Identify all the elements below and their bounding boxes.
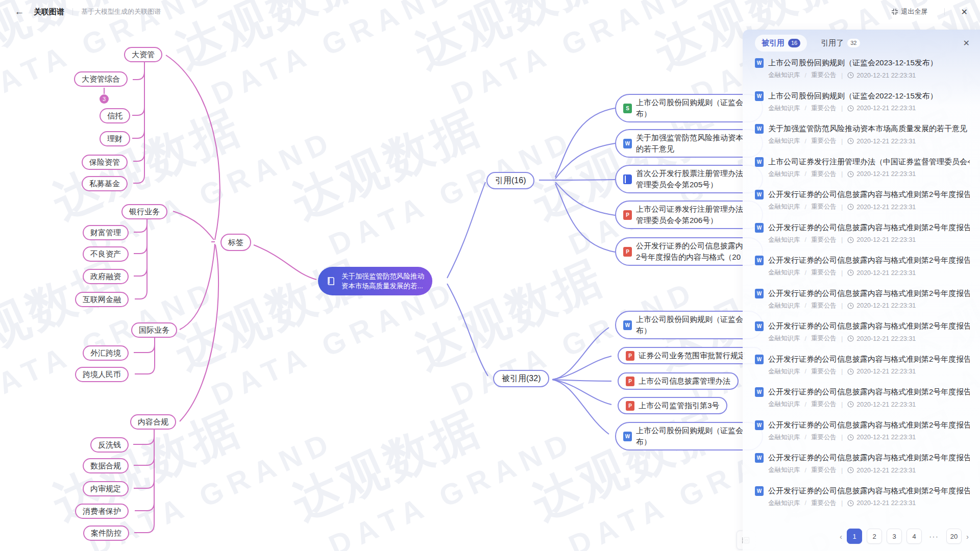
page-button[interactable]: 2	[867, 529, 882, 544]
clock-icon	[847, 303, 854, 309]
citation-list-item[interactable]: 公开发行证券的公司信息披露内容与格式准则第2号年度报告的内... 金融知识库 /…	[755, 289, 970, 322]
cites-branch-node[interactable]: 引用(16)	[486, 172, 534, 189]
citation-list-item[interactable]: 公开发行证券的公司信息披露内容与格式准则第2号年度报告的内... 金融知识库 /…	[755, 223, 970, 256]
tag-node-kuajingrenminbi[interactable]: 跨境人民币	[75, 367, 129, 382]
word-doc-icon	[755, 321, 764, 331]
citation-list-item[interactable]: 关于加强监管防范风险推动资本市场高质量发展的若干意见 金融知识库 / 重要公告 …	[755, 124, 970, 157]
center-document-node[interactable]: 关于加强监管防范风险推动 资本市场高质量发展的若...	[318, 267, 432, 295]
page-button[interactable]: 3	[887, 529, 902, 544]
tags-root-node[interactable]: 标签	[220, 234, 251, 251]
pagination-ellipsis[interactable]: ···	[926, 529, 942, 544]
citation-tag: 重要公告	[811, 104, 837, 113]
citation-list-item[interactable]: 公开发行证券的公司信息披露内容与格式准则第2号年度报告的内... 金融知识库 /…	[755, 486, 970, 519]
doc-node[interactable]: 首次公开发行股票注册管理办法管理委员会令第205号）	[615, 165, 763, 193]
close-page-icon[interactable]: ✕	[961, 7, 968, 17]
doc-node[interactable]: 上市公司股份回购规则（证监会布）	[615, 94, 763, 122]
clock-icon	[847, 138, 854, 144]
citation-source: 金融知识库	[768, 170, 800, 179]
tab-cites[interactable]: 引用了 32	[814, 35, 866, 52]
citation-title: 公开发行证券的公司信息披露内容与格式准则第2号年度报告的内...	[768, 355, 970, 364]
citation-panel: 被引用 16 引用了 32 ✕ 上市公司股份回购规则（证监会2023-12-15…	[743, 30, 980, 551]
meta-divider: /	[805, 368, 806, 375]
tag-node-daziguan[interactable]: 大资管	[124, 47, 162, 62]
citation-tag: 重要公告	[811, 203, 837, 211]
tag-node-licai[interactable]: 理财	[100, 131, 130, 146]
tag-node-baoxianziguan[interactable]: 保险资管	[82, 155, 128, 170]
citation-list-item[interactable]: 公开发行证券的公司信息披露内容与格式准则第2号年度报告的内... 金融知识库 /…	[755, 453, 970, 486]
ppt-doc-icon	[623, 210, 632, 220]
citation-time: 2020-12-21 22:23:31	[847, 170, 916, 178]
citation-source: 金融知识库	[768, 137, 800, 145]
tag-node-neironghegui[interactable]: 内容合规	[130, 414, 176, 430]
tag-node-guojiyewu[interactable]: 国际业务	[131, 322, 177, 338]
clock-icon	[847, 269, 854, 276]
citation-tag: 重要公告	[811, 334, 837, 343]
exit-fullscreen-button[interactable]: 退出全屏	[891, 7, 928, 16]
citation-time: 2020-12-21 22:23:31	[847, 467, 916, 474]
tag-node-neishenguiding[interactable]: 内审规定	[83, 481, 129, 496]
citation-source: 金融知识库	[768, 236, 800, 244]
citation-list-item[interactable]: 公开发行证券的公司信息披露内容与格式准则第2号年度报告的内... 金融知识库 /…	[755, 420, 970, 454]
tag-node-waihuikuajing[interactable]: 外汇跨境	[83, 345, 129, 361]
doc-node[interactable]: 上市公司股份回购规则（证监会布）	[615, 311, 763, 339]
meta-divider: /	[805, 302, 806, 309]
tag-node-xiaofeizhebaohu[interactable]: 消费者保护	[75, 504, 129, 519]
cited-by-branch-node[interactable]: 被引用(32)	[493, 370, 549, 387]
center-node-title: 关于加强监管防范风险推动 资本市场高质量发展的若...	[341, 271, 424, 291]
citation-time: 2020-12-21 22:23:31	[847, 72, 916, 79]
page-button[interactable]: 4	[906, 529, 922, 544]
meta-divider: /	[805, 401, 806, 408]
word-doc-icon	[755, 387, 764, 397]
citation-list-item[interactable]: 上市公司股份回购规则（证监会2023-12-15发布） 金融知识库 / 重要公告…	[755, 58, 970, 91]
citation-list-item[interactable]: 公开发行证券的公司信息披露内容与格式准则第2号年度报告的内... 金融知识库 /…	[755, 387, 970, 420]
back-button[interactable]: ←	[12, 6, 27, 17]
citation-list-item[interactable]: 公开发行证券的公司信息披露内容与格式准则第2号年度报告的内... 金融知识库 /…	[755, 190, 970, 223]
citation-list-item[interactable]: 上市公司股份回购规则（证监会2022-12-15发布） 金融知识库 / 重要公告…	[755, 91, 970, 124]
meta-divider: |	[841, 434, 843, 441]
tag-node-shujuhegui[interactable]: 数据合规	[83, 458, 129, 473]
ppt-doc-icon	[626, 351, 634, 361]
page-button[interactable]: 1	[847, 529, 862, 544]
header-divider	[72, 8, 73, 15]
tag-node-hulianwangjinrong[interactable]: 互联网金融	[75, 292, 129, 307]
tag-node-buliangzichan[interactable]: 不良资产	[83, 246, 129, 262]
tag-node-daziguan-zonghe[interactable]: 大资管综合	[74, 71, 128, 87]
clock-icon	[847, 467, 854, 473]
panel-close-icon[interactable]: ✕	[963, 38, 970, 48]
doc-node[interactable]: 关于加强监管防范风险推动资本的若干意见	[615, 129, 763, 158]
citation-source: 金融知识库	[768, 400, 800, 409]
meta-divider: /	[805, 204, 806, 211]
word-doc-icon	[755, 190, 764, 199]
tag-count-badge[interactable]: 3	[100, 94, 109, 104]
citation-list-item[interactable]: 公开发行证券的公司信息披露内容与格式准则第2号年度报告的内... 金融知识库 /…	[755, 256, 970, 289]
word-doc-icon	[755, 289, 764, 298]
citation-list-item[interactable]: 公开发行证券的公司信息披露内容与格式准则第2号年度报告的内... 金融知识库 /…	[755, 355, 970, 388]
prev-page-button[interactable]: ‹	[840, 532, 842, 541]
tag-node-simujijin[interactable]: 私募基金	[82, 176, 128, 191]
doc-node[interactable]: 公开发行证券的公司信息披露内2号年度报告的内容与格式（20	[615, 237, 763, 266]
citation-title: 公开发行证券的公司信息披露内容与格式准则第2号年度报告的内...	[768, 190, 970, 199]
doc-node[interactable]: 上市公司信息披露管理办法	[618, 372, 739, 390]
tag-node-caifuguanli[interactable]: 财富管理	[83, 225, 129, 240]
next-page-button[interactable]: ›	[966, 532, 969, 541]
citation-list-item[interactable]: 上市公司证券发行注册管理办法（中国证券监督管理委员会令第2... 金融知识库 /…	[755, 157, 970, 190]
tag-node-zhengfurongzi[interactable]: 政府融资	[83, 269, 129, 284]
doc-node[interactable]: 上市公司证券发行注册管理办法管理委员会令第206号）	[615, 201, 763, 229]
tag-node-anjianfangkong[interactable]: 案件防控	[83, 525, 129, 541]
citation-list-item[interactable]: 公开发行证券的公司信息披露内容与格式准则第2号年度报告的内... 金融知识库 /…	[755, 321, 970, 355]
doc-node[interactable]: 证券公司业务范围审批暂行规定	[618, 347, 763, 364]
tag-node-xintuo[interactable]: 信托	[100, 108, 130, 123]
citation-time: 2020-12-21 22:23:31	[847, 368, 916, 375]
citation-title: 公开发行证券的公司信息披露内容与格式准则第2号年度报告的内...	[768, 486, 970, 496]
clock-icon	[847, 72, 854, 79]
meta-divider: |	[841, 467, 843, 474]
tag-node-fanxiqian[interactable]: 反洗钱	[90, 437, 129, 453]
panel-tabs: 被引用 16 引用了 32 ✕	[743, 30, 980, 56]
clock-icon	[847, 335, 854, 342]
page-button[interactable]: 20	[946, 529, 962, 544]
citation-tag: 重要公告	[811, 302, 837, 310]
doc-node[interactable]: 上市公司监管指引第3号	[618, 397, 727, 414]
tab-cited-by[interactable]: 被引用 16	[755, 35, 807, 52]
doc-node[interactable]: 上市公司股份回购规则（证监会布）	[615, 422, 763, 450]
tag-node-yinhangyewu[interactable]: 银行业务	[121, 204, 167, 219]
